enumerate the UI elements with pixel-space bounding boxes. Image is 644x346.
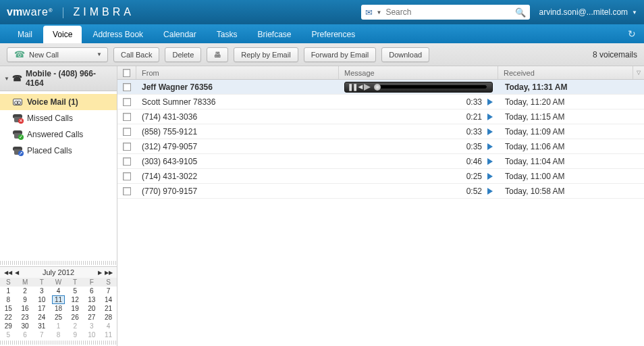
user-menu[interactable]: arvind.soni@...mitel.com ▼ [539,7,637,17]
row-checkbox[interactable] [123,98,131,106]
play-icon[interactable] [487,128,493,135]
search-box[interactable]: ✉ ▼ 🔍 [361,5,530,20]
cal-prev-year-icon[interactable]: ◀◀ [3,270,14,276]
cal-day[interactable]: 27 [84,313,101,322]
cal-day[interactable]: 2 [17,287,34,295]
cal-day[interactable]: 20 [84,304,101,313]
voicemail-row[interactable]: (770) 970-91570:52Today, 10:58 AM [117,184,644,199]
cal-day[interactable]: 22 [0,313,17,322]
sidebar-item-placed-calls[interactable]: ➚Placed Calls [0,143,117,159]
voicemail-row[interactable]: (312) 479-90570:35Today, 11:06 AM [117,139,644,154]
cal-day[interactable]: 15 [0,304,17,313]
tab-calendar[interactable]: Calendar [154,26,206,43]
cal-day[interactable]: 6 [84,287,101,295]
row-checkbox[interactable] [123,172,131,180]
voicemail-row[interactable]: (714) 431-30360:21Today, 11:15 AM [117,109,644,124]
reply-by-email-button[interactable]: Reply by Email [234,47,298,62]
cal-day[interactable]: 31 [33,322,50,330]
search-icon[interactable]: 🔍 [515,7,526,18]
calendar-title[interactable]: July 2012 [43,268,74,276]
voicemail-row[interactable]: Scott Sumner 783360:33Today, 11:20 AM [117,95,644,109]
cal-day[interactable]: 5 [67,287,84,295]
cal-prev-month-icon[interactable]: ◀ [14,270,20,276]
cal-next-month-icon[interactable]: ▶ [97,270,103,276]
play-icon[interactable] [487,114,493,120]
search-scope-dropdown-icon[interactable]: ▼ [377,9,382,16]
cal-day[interactable]: 28 [100,313,117,322]
voicemail-row[interactable]: (714) 431-30220:25Today, 11:00 AM [117,169,644,184]
play-icon[interactable] [487,158,493,165]
print-button[interactable]: 🖶 [207,47,228,62]
cal-day[interactable]: 8 [0,295,17,304]
cal-day[interactable]: 18 [50,304,67,313]
cal-day[interactable]: 4 [50,287,67,295]
cal-day[interactable]: 21 [100,304,117,313]
play-icon[interactable] [487,173,493,180]
download-button[interactable]: Download [381,47,429,62]
play-icon[interactable] [487,143,493,150]
mail-icon[interactable]: ✉ [365,7,373,18]
pause-icon[interactable]: ❚❚ [348,83,357,91]
cal-day[interactable]: 11 [100,330,117,339]
tab-mail[interactable]: Mail [8,26,42,43]
cal-day[interactable]: 4 [100,322,117,330]
cal-day[interactable]: 6 [17,330,34,339]
sidebar-item-missed-calls[interactable]: ✕Missed Calls [0,110,117,126]
cal-day[interactable]: 14 [100,295,117,304]
sidebar-item-answered-calls[interactable]: ✓Answered Calls [0,126,117,143]
cal-day[interactable]: 1 [0,287,17,295]
voicemail-row[interactable]: Jeff Wagner 76356❚❚◀Today, 11:31 AM [117,80,644,95]
cal-day[interactable]: 25 [50,313,67,322]
col-sort-icon[interactable]: ▽ [633,66,644,79]
cal-day[interactable]: 30 [17,322,34,330]
cal-day[interactable]: 3 [33,287,50,295]
cal-day[interactable]: 17 [33,304,50,313]
row-checkbox[interactable] [123,128,131,136]
cal-day[interactable]: 3 [84,322,101,330]
seek-track[interactable] [375,85,487,89]
tab-preferences[interactable]: Preferences [302,26,365,43]
call-back-button[interactable]: Call Back [113,47,159,62]
cal-day[interactable]: 9 [17,295,34,304]
play-icon[interactable] [487,188,493,195]
cal-day[interactable]: 16 [17,304,34,313]
cal-day[interactable]: 5 [0,330,17,339]
cal-day[interactable]: 23 [17,313,34,322]
play-icon[interactable] [487,99,493,105]
collapse-icon[interactable]: ▼ [4,76,9,82]
chevron-down-icon[interactable]: ▼ [97,51,102,57]
col-received[interactable]: Received [498,66,633,79]
row-checkbox[interactable] [123,187,131,195]
cal-day[interactable]: 10 [84,330,101,339]
cal-day[interactable]: 13 [84,295,101,304]
delete-button[interactable]: Delete [165,47,201,62]
select-all-checkbox[interactable] [117,66,136,79]
row-checkbox[interactable] [123,113,131,121]
volume-icon[interactable] [364,84,371,91]
cal-day[interactable]: 12 [67,295,84,304]
cal-day[interactable]: 29 [0,322,17,330]
row-checkbox[interactable] [123,157,131,166]
cal-day[interactable]: 2 [67,322,84,330]
row-checkbox[interactable] [123,143,131,151]
refresh-icon[interactable]: ↻ [628,28,636,39]
cal-day[interactable]: 8 [50,330,67,339]
sidebar-item-voice-mail-[interactable]: Voice Mail (1) [0,94,117,110]
tab-tasks[interactable]: Tasks [207,26,247,43]
tab-briefcase[interactable]: Briefcase [248,26,300,43]
tab-voice[interactable]: Voice [43,26,82,43]
row-checkbox[interactable] [123,83,131,91]
seek-knob[interactable] [374,84,381,91]
cal-day[interactable]: 7 [100,287,117,295]
col-message[interactable]: Message [339,66,498,79]
audio-player[interactable]: ❚❚◀ [344,82,493,93]
new-call-button[interactable]: ☎ New Call ▼ [7,47,108,62]
cal-day[interactable]: 7 [33,330,50,339]
cal-next-year-icon[interactable]: ▶▶ [103,270,114,276]
forward-by-email-button[interactable]: Forward by Email [304,47,377,62]
phone-header[interactable]: ▼ ☎ Mobile - (408) 966-4164 [0,66,117,91]
cal-day[interactable]: 11 [50,295,67,304]
cal-day[interactable]: 24 [33,313,50,322]
cal-day[interactable]: 9 [67,330,84,339]
cal-day[interactable]: 26 [67,313,84,322]
